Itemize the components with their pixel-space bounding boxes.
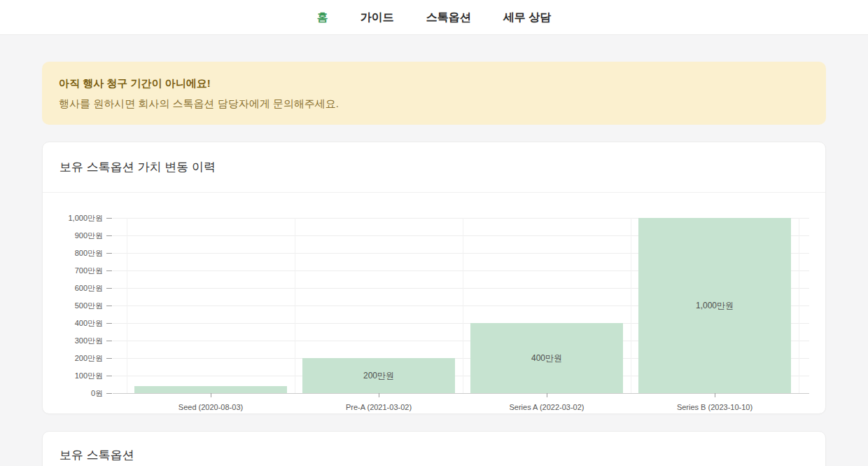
y-axis-tick xyxy=(106,235,112,236)
y-axis-tick xyxy=(106,270,112,271)
value-history-card: 보유 스톡옵션 가치 변동 이력 1,000만원900만원800만원700만원6… xyxy=(42,142,826,414)
y-axis-tick xyxy=(106,341,112,341)
chart-bar-value-label: 400만원 xyxy=(470,352,623,364)
y-axis-label: 900만원 xyxy=(43,231,103,240)
y-axis-tick xyxy=(106,306,112,306)
x-axis-tick xyxy=(379,393,379,397)
x-axis-tick xyxy=(715,393,715,397)
gridline xyxy=(113,393,809,394)
x-axis-label: Seed (2020-08-03) xyxy=(127,402,295,412)
chart-bar[interactable] xyxy=(134,386,287,393)
x-axis-label: Series B (2023-10-10) xyxy=(631,402,799,412)
x-axis-label: Series A (2022-03-02) xyxy=(463,402,631,412)
y-axis-label: 600만원 xyxy=(43,283,103,293)
y-axis-tick xyxy=(106,253,112,254)
gridline-vertical xyxy=(295,218,295,393)
x-axis-label: Pre-A (2021-03-02) xyxy=(295,402,463,412)
y-axis-tick xyxy=(106,323,112,324)
y-axis-label: 400만원 xyxy=(43,318,103,328)
y-axis-label: 800만원 xyxy=(43,248,103,258)
exercise-notice-alert: 아직 행사 청구 기간이 아니에요! 행사를 원하시면 회사의 스톡옵션 담당자… xyxy=(42,62,826,125)
y-axis-label: 0원 xyxy=(43,388,103,398)
x-axis-tick xyxy=(211,393,211,397)
y-axis-label: 100만원 xyxy=(43,371,103,381)
top-nav: 홈 가이드 스톡옵션 세무 상담 xyxy=(0,0,868,35)
y-axis-tick xyxy=(106,218,112,219)
y-axis-label: 1,000만원 xyxy=(43,213,103,223)
y-axis-label: 300만원 xyxy=(43,336,103,345)
chart-bar-value-label: 1,000만원 xyxy=(638,300,791,311)
alert-description: 행사를 원하시면 회사의 스톡옵션 담당자에게 문의해주세요. xyxy=(59,97,809,111)
x-axis-tick xyxy=(547,393,547,397)
y-axis-tick xyxy=(106,288,112,289)
value-history-bar-chart: 1,000만원900만원800만원700만원600만원500만원400만원300… xyxy=(43,209,825,413)
holdings-card: 보유 스톡옵션 xyxy=(42,431,826,466)
nav-item-tax-consult[interactable]: 세무 상담 xyxy=(503,0,551,35)
y-axis-label: 200만원 xyxy=(43,353,103,363)
nav-item-guide[interactable]: 가이드 xyxy=(360,0,394,35)
y-axis-tick xyxy=(106,358,112,359)
y-axis-tick xyxy=(106,393,112,394)
gridline-vertical xyxy=(463,218,463,393)
y-axis-label: 700만원 xyxy=(43,266,103,275)
holdings-card-title: 보유 스톡옵션 xyxy=(59,447,808,464)
nav-item-home[interactable]: 홈 xyxy=(317,0,328,35)
gridline-vertical xyxy=(127,218,127,393)
y-axis-label: 500만원 xyxy=(43,301,103,310)
nav-item-stock-option[interactable]: 스톡옵션 xyxy=(426,0,471,35)
gridline-vertical xyxy=(799,218,799,393)
alert-title: 아직 행사 청구 기간이 아니에요! xyxy=(59,76,809,90)
value-history-card-header: 보유 스톡옵션 가치 변동 이력 xyxy=(43,142,825,193)
gridline-vertical xyxy=(631,218,631,393)
value-history-card-title: 보유 스톡옵션 가치 변동 이력 xyxy=(59,159,808,176)
chart-bar-value-label: 200만원 xyxy=(302,370,455,381)
y-axis-tick xyxy=(106,376,112,376)
main-content: 아직 행사 청구 기간이 아니에요! 행사를 원하시면 회사의 스톡옵션 담당자… xyxy=(42,62,826,466)
